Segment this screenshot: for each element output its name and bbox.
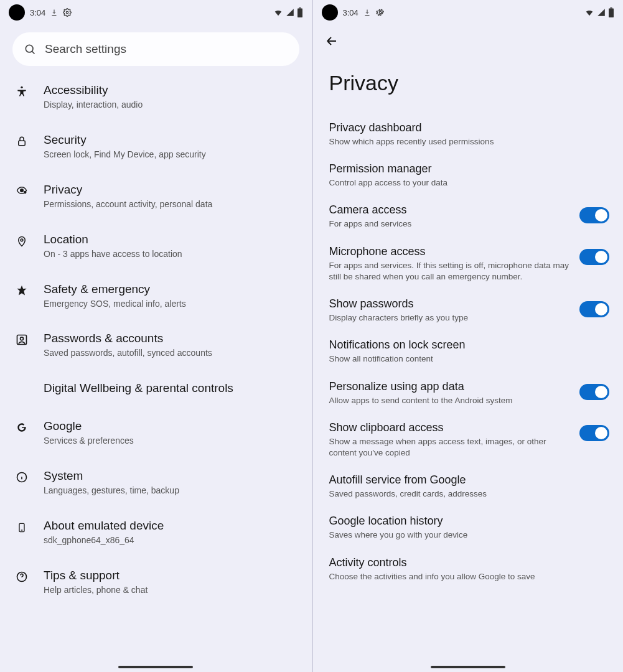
row-title: Google — [44, 419, 298, 433]
row-sub: Screen lock, Find My Device, app securit… — [44, 149, 298, 161]
privacy-item-location-history[interactable]: Google location history Saves where you … — [313, 507, 624, 548]
row-sub: Emergency SOS, medical info, alerts — [44, 298, 298, 310]
privacy-item-microphone-access[interactable]: Microphone access For apps and services.… — [313, 238, 624, 290]
privacy-item-camera-access[interactable]: Camera access For apps and services — [313, 196, 624, 237]
settings-item-location[interactable]: Location On - 3 apps have access to loca… — [0, 222, 312, 271]
row-sub: Allow apps to send content to the Androi… — [329, 395, 571, 406]
download-icon — [50, 9, 58, 16]
settings-item-about[interactable]: About emulated device sdk_gphone64_x86_6… — [0, 508, 312, 558]
privacy-item-autofill[interactable]: Autofill service from Google Saved passw… — [313, 466, 624, 507]
privacy-item-clipboard[interactable]: Show clipboard access Show a message whe… — [313, 414, 624, 466]
row-title: Privacy dashboard — [329, 121, 601, 134]
download-icon — [363, 9, 371, 16]
row-title: Privacy — [44, 183, 298, 197]
status-bar-left: 3:04 — [0, 0, 312, 25]
status-time: 3:04 — [30, 8, 45, 17]
status-bar-right: 3:04 — [313, 0, 624, 25]
settings-item-accessibility[interactable]: Accessibility Display, interaction, audi… — [0, 72, 312, 122]
row-sub: Show a message when apps access text, im… — [329, 436, 571, 459]
info-icon — [14, 469, 30, 483]
battery-icon — [297, 7, 303, 17]
row-title: Notifications on lock screen — [329, 338, 601, 352]
account-box-icon — [14, 332, 30, 346]
row-sub: Show which apps recently used permission… — [329, 136, 601, 147]
search-icon — [24, 43, 36, 55]
settings-screen: 3:04 Search settings — [0, 0, 312, 672]
page-title: Privacy — [313, 52, 624, 114]
location-icon — [14, 233, 30, 248]
privacy-item-activity-controls[interactable]: Activity controls Choose the activities … — [313, 549, 624, 590]
row-title: Digital Wellbeing & parental controls — [44, 381, 298, 395]
settings-item-security[interactable]: Security Screen lock, Find My Device, ap… — [0, 122, 312, 172]
svg-rect-5 — [19, 141, 26, 146]
nav-home-indicator[interactable] — [431, 666, 505, 668]
back-button[interactable] — [324, 34, 612, 49]
camera-access-toggle[interactable] — [579, 207, 609, 223]
settings-item-tips[interactable]: Tips & support Help articles, phone & ch… — [0, 558, 312, 607]
row-sub: Display characters briefly as you type — [329, 312, 571, 324]
gear-icon — [63, 8, 72, 17]
wifi-icon — [584, 8, 594, 17]
row-sub: On - 3 apps have access to location — [44, 248, 298, 260]
row-title: Google location history — [329, 515, 601, 528]
row-title: Safety & emergency — [44, 282, 298, 296]
profile-avatar[interactable] — [322, 4, 338, 21]
svg-rect-15 — [609, 9, 614, 17]
help-icon — [14, 569, 30, 583]
settings-item-system[interactable]: System Languages, gestures, time, backup — [0, 458, 312, 508]
privacy-item-personalize[interactable]: Personalize using app data Allow apps to… — [313, 373, 624, 414]
svg-rect-12 — [19, 523, 24, 531]
row-title: Passwords & accounts — [44, 332, 298, 345]
privacy-item-show-passwords[interactable]: Show passwords Display characters briefl… — [313, 290, 624, 331]
row-sub: For apps and services — [329, 218, 571, 230]
svg-point-8 — [21, 239, 23, 241]
row-sub: Services & preferences — [44, 435, 298, 447]
microphone-access-toggle[interactable] — [579, 249, 609, 265]
row-title: Security — [44, 133, 298, 147]
settings-item-google[interactable]: Google Services & preferences — [0, 408, 312, 458]
signal-icon — [286, 8, 294, 17]
settings-item-safety[interactable]: Safety & emergency Emergency SOS, medica… — [0, 271, 312, 321]
search-settings-input[interactable]: Search settings — [12, 32, 299, 66]
settings-item-passwords[interactable]: Passwords & accounts Saved passwords, au… — [0, 320, 312, 370]
row-sub: Choose the activities and info you allow… — [329, 571, 601, 582]
svg-point-14 — [379, 11, 382, 14]
svg-point-7 — [24, 191, 27, 194]
row-sub: sdk_gphone64_x86_64 — [44, 534, 298, 546]
nav-home-indicator[interactable] — [118, 666, 193, 668]
lock-icon — [14, 133, 30, 147]
svg-rect-16 — [610, 7, 612, 9]
row-sub: Show all notification content — [329, 353, 601, 365]
profile-avatar[interactable] — [9, 4, 25, 21]
privacy-list[interactable]: Privacy dashboard Show which apps recent… — [313, 114, 624, 672]
row-title: Accessibility — [44, 83, 298, 97]
row-title: System — [44, 469, 298, 483]
row-sub: For apps and services. If this setting i… — [329, 260, 571, 282]
show-passwords-toggle[interactable] — [579, 301, 609, 317]
row-sub: Control app access to your data — [329, 177, 601, 189]
emergency-icon — [14, 282, 30, 297]
settings-item-wellbeing[interactable]: Digital Wellbeing & parental controls — [0, 370, 312, 408]
settings-item-privacy[interactable]: Privacy Permissions, account activity, p… — [0, 172, 312, 222]
privacy-screen: 3:04 Privacy Pr — [312, 0, 624, 672]
privacy-item-lockscreen-notifications[interactable]: Notifications on lock screen Show all no… — [313, 331, 624, 372]
settings-list[interactable]: Accessibility Display, interaction, audi… — [0, 72, 312, 672]
row-title: Permission manager — [329, 162, 601, 175]
search-placeholder: Search settings — [45, 42, 126, 56]
google-icon — [14, 419, 30, 434]
row-title: Show passwords — [329, 297, 571, 310]
row-title: Microphone access — [329, 245, 571, 258]
phone-icon — [14, 519, 30, 534]
personalize-toggle[interactable] — [579, 384, 609, 400]
row-title: Camera access — [329, 203, 571, 217]
row-sub: Saved passwords, credit cards, addresses — [329, 488, 601, 500]
row-sub: Display, interaction, audio — [44, 99, 298, 111]
battery-icon — [608, 7, 614, 17]
privacy-item-permission-manager[interactable]: Permission manager Control app access to… — [313, 155, 624, 196]
row-title: Activity controls — [329, 556, 601, 569]
privacy-item-dashboard[interactable]: Privacy dashboard Show which apps recent… — [313, 114, 624, 155]
svg-point-6 — [21, 189, 24, 192]
privacy-icon — [14, 183, 30, 196]
clipboard-toggle[interactable] — [579, 425, 609, 441]
svg-point-3 — [26, 45, 33, 52]
